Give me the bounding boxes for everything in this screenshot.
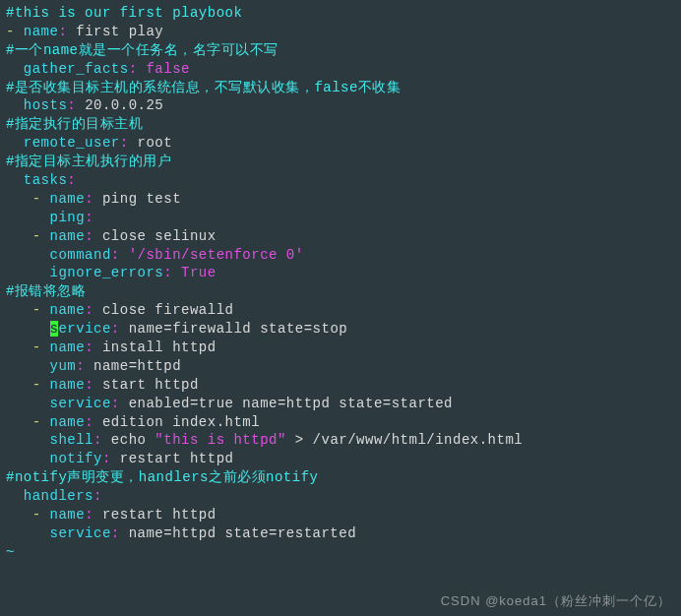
comment: #一个name就是一个任务名，名字可以不写 [6,42,279,58]
yaml-key: name [24,24,59,39]
colon: : [111,525,129,541]
yaml-bool: True [181,265,217,280]
yaml-key: name [50,377,86,393]
code-line: yum: name=httpd [6,357,675,376]
code-line: - name: edition index.html [6,413,675,432]
colon: : [120,135,138,151]
yaml-key: name [50,191,86,207]
dash: - [6,24,24,39]
yaml-value: > /var/www/html/index.html [286,432,523,448]
yaml-key: tasks [6,172,67,188]
yaml-key: ignore_errors [6,265,163,280]
code-line: command: '/sbin/setenforce 0' [6,246,675,265]
yaml-key: ping [6,210,85,225]
yaml-value: enabled=true name=httpd state=started [129,396,453,411]
yaml-key: name [50,339,86,355]
code-line: #指定目标主机执行的用户 [6,153,675,171]
yaml-value: install httpd [102,339,217,355]
code-line: handlers: [6,487,675,506]
colon: : [85,414,102,430]
yaml-value: restart httpd [120,451,234,466]
yaml-key: gather_facts [6,61,129,77]
yaml-string: "this is httpd" [155,432,286,448]
colon: : [85,507,102,523]
yaml-key: name [50,414,86,430]
code-line: service: name=httpd state=restarted [6,524,675,543]
comment: #是否收集目标主机的系统信息，不写默认收集，false不收集 [6,80,401,95]
dash: - [6,228,50,244]
comment: #指定执行的目标主机 [6,116,143,132]
yaml-value: ping test [102,191,181,207]
dash: - [6,339,50,355]
code-line: service: enabled=true name=httpd state=s… [6,395,675,413]
code-line: remote_user: root [6,134,675,153]
colon: : [102,451,120,466]
tilde-empty-line: ~ [6,544,15,560]
yaml-key: yum [6,358,76,374]
dash: - [6,507,50,523]
code-line: #是否收集目标主机的系统信息，不写默认收集，false不收集 [6,79,675,97]
code-line: #this is our first playbook [6,4,675,23]
dash: - [6,414,50,430]
yaml-value: restart httpd [102,507,217,523]
comment: #notify声明变更，handlers之前必须notify [6,469,318,485]
dash: - [6,377,50,393]
code-line: #notify声明变更，handlers之前必须notify [6,468,675,487]
yaml-key: handlers [6,488,93,504]
code-line: - name: start httpd [6,376,675,395]
colon: : [85,377,102,393]
yaml-value: name=httpd [93,358,181,374]
yaml-key: remote_user [6,135,120,151]
code-line: shell: echo "this is httpd" > /var/www/h… [6,431,675,450]
yaml-key: notify [6,451,102,466]
code-line: ignore_errors: True [6,264,675,282]
code-line: - name: close firewalld [6,301,675,320]
code-line: - name: first play [6,23,675,41]
colon: : [67,172,76,188]
colon: : [111,247,129,263]
yaml-string: '/sbin/setenforce 0' [129,247,304,263]
yaml-value: name=httpd state=restarted [129,525,356,541]
code-line: #指定执行的目标主机 [6,115,675,134]
colon: : [76,358,93,374]
yaml-value: close firewalld [102,302,234,318]
dash: - [6,302,50,318]
code-line: tasks: [6,171,675,190]
colon: : [111,396,129,411]
code-line: notify: restart httpd [6,450,675,468]
colon: : [85,191,102,207]
yaml-value: start httpd [102,377,199,393]
colon: : [111,321,129,337]
colon: : [85,302,102,318]
yaml-value: first play [76,24,163,39]
code-line: - name: ping test [6,190,675,209]
yaml-value: echo [111,432,155,448]
code-line: - name: restart httpd [6,506,675,524]
yaml-key: ervice [58,321,110,337]
comment: #this is our first playbook [6,5,242,21]
colon: : [163,265,181,280]
code-line: - name: install httpd [6,339,675,357]
yaml-key: service [6,396,111,411]
yaml-key: name [50,302,86,318]
colon: : [85,228,102,244]
code-line: gather_facts: false [6,60,675,79]
yaml-value: close selinux [102,228,217,244]
yaml-value: name=firewalld state=stop [129,321,348,337]
code-line: service: name=firewalld state=stop [6,320,675,339]
yaml-key: service [6,525,111,541]
yaml-value: 20.0.0.25 [85,97,163,113]
yaml-key: command [6,247,111,263]
code-line: - name: close selinux [6,227,675,246]
colon: : [129,61,147,77]
yaml-value: root [138,135,173,151]
comment: #报错将忽略 [6,283,86,299]
yaml-bool: false [146,61,190,77]
dash: - [6,191,50,207]
comment: #指定目标主机执行的用户 [6,154,171,169]
watermark: CSDN @koeda1（粉丝冲刺一个亿） [441,592,671,610]
colon: : [85,339,102,355]
colon: : [93,488,102,504]
code-line: ping: [6,209,675,227]
yaml-key: shell [6,432,93,448]
